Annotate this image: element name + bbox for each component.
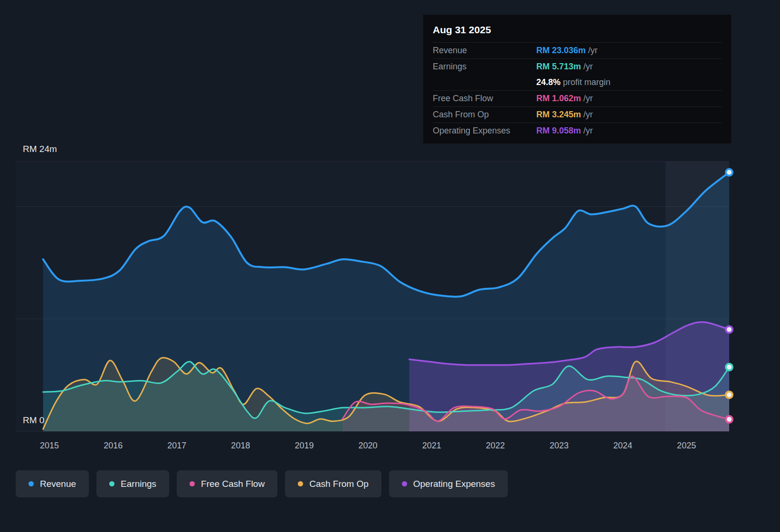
tooltip-row-fcf: Free Cash FlowRM 1.062m /yr — [433, 90, 722, 106]
chart-legend: RevenueEarningsFree Cash FlowCash From O… — [16, 470, 508, 497]
x-tick-2019: 2019 — [295, 441, 314, 451]
tooltip-row-label: Operating Expenses — [433, 126, 536, 136]
tooltip-row-opex: Operating ExpensesRM 9.058m /yr — [433, 123, 722, 139]
x-tick-2016: 2016 — [104, 441, 123, 451]
x-tick-2020: 2020 — [359, 441, 378, 451]
tooltip-value-suffix: /yr — [586, 46, 598, 55]
tooltip-row-margin: 24.8% profit margin — [433, 75, 722, 90]
tooltip-row-value: 24.8% profit margin — [536, 77, 610, 87]
tooltip-row-value: RM 23.036m /yr — [536, 46, 598, 56]
tooltip-value-text: 24.8% — [536, 77, 561, 87]
legend-item-fcf[interactable]: Free Cash Flow — [177, 470, 277, 497]
tooltip-value-text: RM 1.062m — [536, 94, 581, 103]
tooltip-value-suffix: /yr — [581, 62, 593, 71]
tooltip-date: Aug 31 2025 — [433, 20, 722, 42]
x-tick-2015: 2015 — [40, 441, 59, 451]
opex-dot-icon — [402, 481, 407, 486]
fcf-dot-icon — [190, 481, 195, 486]
tooltip-value-text: RM 9.058m — [536, 126, 581, 135]
chart-tooltip: Aug 31 2025 RevenueRM 23.036m /yrEarning… — [423, 14, 732, 144]
tooltip-value-suffix: /yr — [581, 110, 593, 119]
legend-item-label: Cash From Op — [309, 479, 369, 489]
tooltip-value-suffix: /yr — [581, 94, 593, 103]
legend-item-cashop[interactable]: Cash From Op — [285, 470, 381, 497]
legend-item-revenue[interactable]: Revenue — [16, 470, 89, 497]
tooltip-value-suffix: /yr — [581, 126, 593, 135]
x-tick-2018: 2018 — [231, 441, 250, 451]
tooltip-row-label: Earnings — [433, 62, 536, 72]
earnings-dot-icon — [109, 481, 114, 486]
tooltip-row-value: RM 1.062m /yr — [536, 94, 593, 104]
x-tick-2017: 2017 — [167, 441, 186, 451]
tooltip-row-revenue: RevenueRM 23.036m /yr — [433, 42, 722, 58]
x-tick-2024: 2024 — [613, 441, 632, 451]
fcf-endpoint-marker[interactable] — [726, 416, 732, 423]
tooltip-row-value: RM 9.058m /yr — [536, 126, 593, 136]
revenue-endpoint-marker[interactable] — [726, 169, 732, 176]
x-tick-2022: 2022 — [486, 441, 505, 451]
tooltip-value-text: RM 3.245m — [536, 110, 581, 119]
tooltip-row-label: Cash From Op — [433, 110, 536, 120]
legend-item-earnings[interactable]: Earnings — [96, 470, 169, 497]
opex-endpoint-marker[interactable] — [726, 326, 732, 333]
tooltip-row-label: Revenue — [433, 46, 536, 56]
tooltip-row-cashop: Cash From OpRM 3.245m /yr — [433, 106, 722, 123]
cashop-endpoint-marker[interactable] — [726, 391, 732, 398]
y-axis-label-min: RM 0 — [23, 415, 44, 426]
tooltip-value-suffix: profit margin — [561, 77, 610, 87]
legend-item-label: Free Cash Flow — [201, 479, 265, 489]
legend-item-label: Operating Expenses — [413, 479, 495, 489]
legend-item-label: Earnings — [121, 479, 156, 489]
cashop-dot-icon — [298, 481, 303, 486]
earnings-endpoint-marker[interactable] — [726, 364, 732, 370]
tooltip-row-value: RM 3.245m /yr — [536, 110, 593, 120]
x-tick-2023: 2023 — [550, 441, 569, 451]
y-axis-label-max: RM 24m — [23, 144, 57, 154]
tooltip-row-label: Free Cash Flow — [433, 94, 536, 104]
legend-item-opex[interactable]: Operating Expenses — [389, 470, 508, 497]
tooltip-row-earnings: EarningsRM 5.713m /yr — [433, 58, 722, 75]
tooltip-rows: RevenueRM 23.036m /yrEarningsRM 5.713m /… — [433, 42, 722, 139]
x-tick-2025: 2025 — [677, 441, 696, 451]
tooltip-value-text: RM 23.036m — [536, 46, 586, 55]
revenue-dot-icon — [29, 481, 34, 486]
x-tick-2021: 2021 — [422, 441, 441, 451]
tooltip-row-value: RM 5.713m /yr — [536, 62, 593, 72]
legend-item-label: Revenue — [40, 479, 76, 489]
tooltip-value-text: RM 5.713m — [536, 62, 581, 71]
